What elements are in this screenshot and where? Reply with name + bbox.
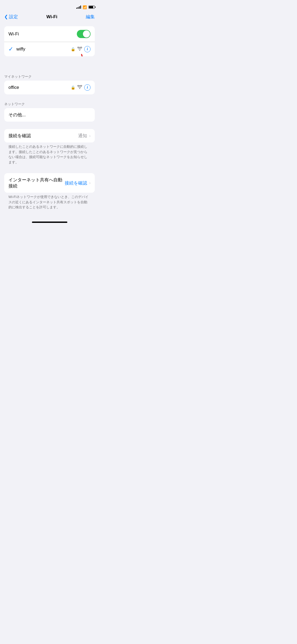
office-info-icon: i — [87, 85, 88, 90]
connected-network-icons: 🔒 i — [71, 46, 91, 52]
red-arrow-annotation — [79, 52, 92, 56]
my-networks-label: マイネットワーク — [0, 74, 99, 81]
auto-join-section: 接続を確認 通知 › 接続したことのあるネットワークに自動的に接続します。接続し… — [4, 129, 95, 168]
other-networks-card-wrapper: その他... — [4, 108, 95, 122]
edit-button[interactable]: 編集 — [86, 14, 95, 20]
hotspot-title: インターネット共有へ自動接続 — [8, 177, 63, 189]
wifi-signal-icon — [77, 47, 82, 52]
wifi-toggle-section: Wi-Fi ✓ wiffy 🔒 i — [4, 26, 95, 56]
other-network-row[interactable]: その他... — [4, 108, 95, 122]
office-network-row[interactable]: office 🔒 i — [4, 81, 95, 94]
other-networks-section: ネットワーク その他... — [0, 102, 99, 122]
wifi-toggle-row[interactable]: Wi-Fi — [4, 26, 95, 42]
office-wifi-icon — [77, 85, 82, 90]
info-icon: i — [87, 47, 88, 51]
home-indicator — [0, 219, 99, 225]
chevron-left-icon: ❮ — [4, 14, 8, 20]
connected-network-row[interactable]: ✓ wiffy 🔒 i — [4, 42, 95, 56]
status-icons: 📶 — [76, 5, 95, 9]
auto-join-chevron: › — [89, 134, 91, 138]
hotspot-section: インターネット共有へ自動接続 接続を確認 › Wi-Fiネットワークが使用できな… — [4, 173, 95, 213]
page-title: Wi-Fi — [46, 14, 57, 20]
toggle-thumb — [83, 30, 90, 38]
auto-join-description: 接続したことのあるネットワークに自動的に接続します。接続したことのあるネットワー… — [4, 142, 95, 168]
signal-icon — [76, 6, 81, 9]
other-network-label: その他... — [8, 112, 91, 118]
hotspot-card: インターネット共有へ自動接続 接続を確認 › — [4, 173, 95, 193]
other-networks-label: ネットワーク — [0, 102, 99, 108]
battery-icon — [88, 6, 95, 9]
my-networks-section: マイネットワーク office 🔒 i — [0, 74, 99, 94]
my-networks-card: office 🔒 i — [4, 81, 95, 94]
hotspot-row[interactable]: インターネット共有へ自動接続 接続を確認 › — [4, 173, 95, 193]
office-network-icons: 🔒 i — [71, 84, 91, 91]
nav-bar: ❮ 設定 Wi-Fi 編集 — [0, 12, 99, 23]
auto-join-card: 接続を確認 通知 › — [4, 129, 95, 142]
hotspot-chevron: › — [89, 181, 91, 185]
wifi-toggle[interactable] — [77, 30, 91, 38]
office-network-name: office — [8, 85, 71, 90]
home-bar — [32, 222, 67, 223]
connected-info-button[interactable]: i — [84, 46, 91, 52]
wifi-status-icon: 📶 — [83, 5, 87, 9]
hotspot-value: 接続を確認 — [65, 180, 87, 186]
lock-icon: 🔒 — [71, 47, 75, 51]
status-bar: 📶 — [0, 0, 99, 12]
office-info-button[interactable]: i — [84, 84, 91, 91]
checkmark-icon: ✓ — [8, 46, 13, 53]
office-lock-icon: 🔒 — [71, 85, 75, 90]
auto-join-title: 接続を確認 — [8, 133, 78, 139]
other-networks-card: その他... — [4, 108, 95, 122]
wifi-toggle-label: Wi-Fi — [8, 31, 77, 37]
back-button[interactable]: ❮ 設定 — [4, 14, 18, 20]
connected-network-name: wiffy — [16, 47, 71, 52]
auto-join-value: 通知 — [78, 133, 87, 139]
auto-join-row[interactable]: 接続を確認 通知 › — [4, 129, 95, 142]
hotspot-description: Wi-Fiネットワークが使用できないとき、このデバイスの近くにあるインターネット… — [4, 193, 95, 213]
my-networks-card-wrapper: office 🔒 i — [4, 81, 95, 94]
back-label: 設定 — [9, 14, 18, 20]
wifi-toggle-card: Wi-Fi ✓ wiffy 🔒 i — [4, 26, 95, 56]
